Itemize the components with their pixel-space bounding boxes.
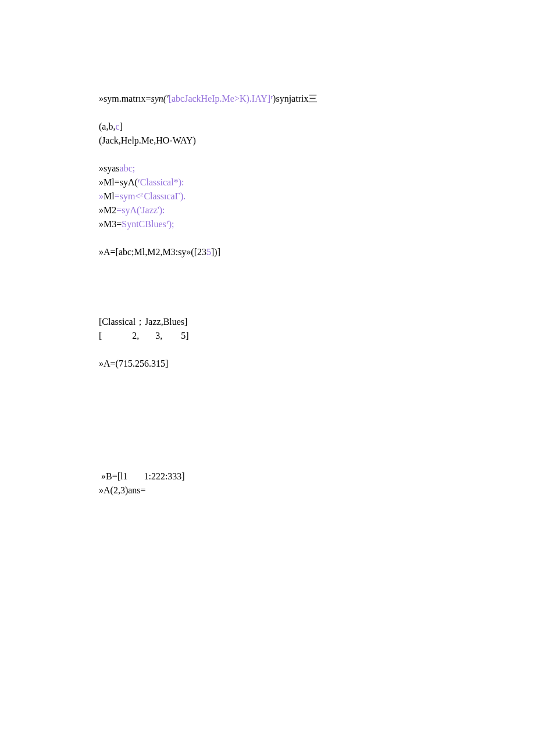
text: »sym.matrıx= — [99, 94, 151, 103]
text: M3= — [104, 219, 122, 229]
code-line: (Jack,Help.Me,HO-WAY) — [99, 134, 448, 148]
text: (a,b, — [99, 121, 115, 131]
text: M2 — [104, 205, 116, 215]
text: A=[abc;Ml,M2,M3:sy»([23 — [104, 247, 206, 257]
text: » — [99, 177, 104, 187]
text: » — [99, 359, 104, 368]
code-line: »M2=syΛ('Jazz'): — [99, 203, 448, 217]
code-line: »Ml=syΛ(ʳClassical*): — [99, 175, 448, 189]
text: A(2,3)ans= — [104, 485, 146, 495]
text: » — [99, 485, 104, 495]
text: » — [99, 163, 104, 173]
text-purple: abc; — [120, 163, 135, 173]
text: syas — [104, 163, 120, 173]
text: » — [99, 247, 104, 257]
text-italic: syn(′ — [151, 94, 168, 103]
text-purple: SyntCBluesʳ); — [122, 219, 174, 229]
text: (Jack,Help.Me,HO-WAY) — [99, 135, 196, 145]
output-line: [ 2, 3, 5] — [99, 329, 448, 343]
text: [ 2, 3, 5] — [99, 331, 189, 341]
text-purple: =sym<ᶻClassıcaΓ). — [115, 191, 186, 201]
text: » — [99, 471, 106, 481]
text: A=(715.256.315] — [104, 359, 168, 368]
text: » — [99, 205, 104, 215]
code-line: »syasabc; — [99, 162, 448, 175]
text: )synjatrix三 — [273, 94, 318, 103]
text: B=[l1 1:222:333] — [106, 471, 185, 481]
code-line: »A=(715.256.315] — [99, 357, 448, 371]
code-line: »A(2,3)ans= — [99, 483, 448, 497]
text-purple: c — [115, 121, 119, 131]
text: Ml=syΛ( — [104, 177, 138, 187]
text-purple: [abcJackHeIp.Me>K).IAY]ʳ — [169, 94, 273, 103]
code-line: »M3=SyntCBluesʳ); — [99, 217, 448, 231]
output-line: [Classical；Jazz,Blues] — [99, 315, 448, 329]
code-line: »sym.matrıx=syn(′[abcJackHeIp.Me>K).IAY]… — [99, 92, 448, 106]
text: » — [99, 219, 104, 229]
code-line: »B=[l1 1:222:333] — [99, 470, 448, 483]
text: ] — [120, 121, 123, 131]
text-purple: =syΛ('Jazz'): — [116, 205, 165, 215]
text-purple: ʳClassical*): — [138, 177, 184, 187]
text-purple: 5 — [206, 247, 211, 257]
code-line: »Ml=sym<ᶻClassıcaΓ). — [99, 189, 448, 203]
document-body: »sym.matrıx=syn(′[abcJackHeIp.Me>K).IAY]… — [99, 92, 448, 511]
code-line: (a,b,c] — [99, 120, 448, 134]
text-purple: » — [99, 191, 104, 201]
text: Ml — [104, 191, 115, 201]
text: [Classical；Jazz,Blues] — [99, 317, 187, 327]
code-line: »A=[abc;Ml,M2,M3:sy»([235])] — [99, 245, 448, 259]
text: ])] — [211, 247, 220, 257]
